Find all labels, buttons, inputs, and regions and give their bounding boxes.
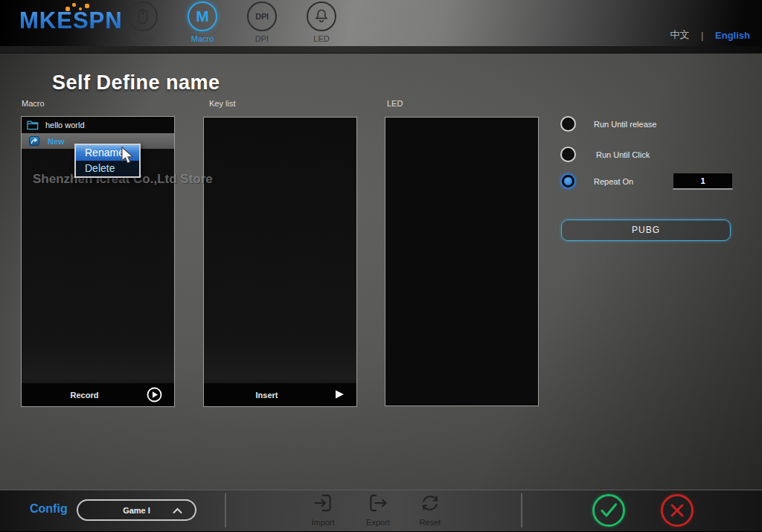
footer-divider	[225, 493, 226, 528]
language-english[interactable]: English	[715, 30, 750, 41]
led-panel-label: LED	[387, 99, 403, 108]
folder-icon	[27, 120, 39, 130]
radio-selected-icon[interactable]	[560, 173, 576, 189]
export-icon	[367, 492, 389, 514]
reset-button[interactable]: Reset	[408, 492, 452, 527]
tab-dpi[interactable]: DPI DPI	[232, 1, 292, 46]
radio-unselected-icon[interactable]	[560, 116, 576, 132]
insert-arrow-icon	[334, 389, 345, 400]
check-icon	[599, 502, 618, 519]
macro-m-icon: M	[188, 1, 217, 31]
key-list-panel: Insert	[203, 117, 357, 407]
bell-icon	[307, 1, 336, 31]
config-label: Config	[30, 502, 68, 516]
led-panel	[385, 117, 539, 406]
top-bar-shadow-strip	[0, 46, 762, 54]
cancel-button[interactable]	[661, 494, 694, 527]
profile-dropdown[interactable]: Game I	[77, 499, 196, 521]
bottom-bar: Config Game I Import Export	[0, 490, 762, 532]
apply-button[interactable]	[592, 494, 625, 527]
record-button[interactable]: Record	[22, 383, 174, 406]
language-divider: |	[701, 30, 703, 41]
dpi-icon: DPI	[247, 1, 277, 31]
repeat-count-input[interactable]	[673, 173, 733, 190]
option-repeat-on[interactable]: Repeat On	[560, 173, 633, 189]
footer-divider	[521, 493, 522, 528]
keylist-panel-label: Key list	[209, 99, 235, 108]
tab-macro-label: Macro	[173, 34, 232, 43]
export-button[interactable]: Export	[356, 492, 400, 527]
macro-item-hello-world[interactable]: hello world	[22, 117, 174, 133]
pubg-profile-button[interactable]: PUBG	[561, 219, 731, 241]
reset-icon	[419, 492, 441, 514]
brand-logo: MKESPN	[19, 7, 123, 34]
close-icon	[669, 502, 685, 519]
tab-dpi-label: DPI	[232, 34, 292, 43]
tab-macro[interactable]: M Macro	[173, 1, 232, 46]
macro-item-label: hello world	[45, 121, 85, 129]
import-button[interactable]: Import	[301, 492, 345, 527]
mouse-config-app: MKESPN Button M Macro DPI DP	[0, 0, 762, 532]
tab-button[interactable]: Button	[113, 1, 173, 46]
chevron-up-icon	[173, 507, 182, 514]
radio-unselected-icon[interactable]	[560, 147, 576, 162]
language-switcher: 中文 | English	[670, 28, 750, 42]
macro-panel-label: Macro	[22, 99, 45, 108]
profile-name: Game I	[123, 506, 150, 515]
option-run-until-click[interactable]: Run Until Click	[560, 147, 650, 162]
top-bar: MKESPN Button M Macro DPI DP	[0, 0, 762, 46]
main-content: Self Define name Macro Key list LED hell…	[0, 54, 762, 490]
tab-led[interactable]: LED	[292, 1, 351, 46]
language-chinese[interactable]: 中文	[670, 29, 689, 40]
insert-button[interactable]: Insert	[204, 383, 356, 406]
record-play-icon	[147, 387, 162, 403]
page-title: Self Define name	[52, 71, 220, 94]
macro-item-label: New	[48, 137, 65, 146]
import-icon	[312, 492, 334, 514]
new-macro-icon	[29, 136, 39, 146]
option-run-until-release[interactable]: Run Until release	[560, 116, 656, 132]
mouse-icon	[128, 1, 158, 31]
tab-button-label: Button	[113, 34, 173, 43]
tab-led-label: LED	[292, 34, 351, 43]
mouse-cursor	[120, 147, 135, 164]
